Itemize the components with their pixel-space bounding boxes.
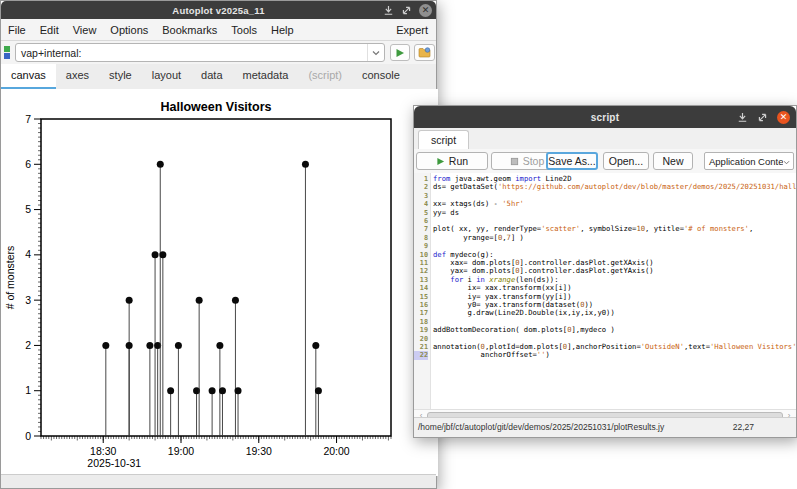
line-number: 21 xyxy=(414,343,428,351)
svg-text:Halloween Visitors: Halloween Visitors xyxy=(161,100,272,114)
tab-script[interactable]: script xyxy=(418,130,469,149)
main-titlebar[interactable]: Autoplot v2025a_11 ✕ xyxy=(1,1,436,19)
menu-view[interactable]: View xyxy=(66,24,104,36)
menu-bookmarks[interactable]: Bookmarks xyxy=(155,24,224,36)
script-toolbar: Run Stop Save As... Open... New Applicat… xyxy=(414,149,796,174)
inspect-uri-button[interactable] xyxy=(414,44,435,61)
svg-text:4: 4 xyxy=(25,248,31,260)
close-icon[interactable]: ✕ xyxy=(777,111,790,124)
line-number: 11 xyxy=(414,259,428,267)
script-window-title: script xyxy=(591,112,619,123)
code-line-2: ds= getDataSet('https://github.com/autop… xyxy=(433,183,796,191)
line-number: 1 xyxy=(414,175,428,183)
file-path-label: /home/jbf/ct/autoplot/git/dev/demos/2025… xyxy=(418,422,664,432)
svg-text:3: 3 xyxy=(25,294,31,306)
line-number: 16 xyxy=(414,301,428,309)
open-button[interactable]: Open... xyxy=(603,152,649,170)
svg-text:5: 5 xyxy=(25,203,31,215)
main-window-title: Autoplot v2025a_11 xyxy=(172,5,264,16)
svg-text:1: 1 xyxy=(25,384,31,396)
application-context-select[interactable]: Application Context xyxy=(704,152,794,170)
line-number: 13 xyxy=(414,276,428,284)
main-tabbar: canvasaxesstylelayoutdatametadata(script… xyxy=(1,64,436,90)
line-number: 17 xyxy=(414,309,428,317)
line-number: 5 xyxy=(414,209,428,217)
folder-icon xyxy=(418,47,431,58)
line-number: 19 xyxy=(414,326,428,334)
svg-text:0: 0 xyxy=(25,430,31,442)
svg-text:19:30: 19:30 xyxy=(246,445,272,457)
line-number: 2 xyxy=(414,183,428,191)
chevron-down-icon xyxy=(783,156,793,167)
script-tabbar: script xyxy=(414,128,796,150)
line-number: 10 xyxy=(414,251,428,259)
line-number: 20 xyxy=(414,335,428,343)
tab-style[interactable]: style xyxy=(99,64,142,89)
line-number: 8 xyxy=(414,234,428,242)
line-number: 22 xyxy=(414,351,428,359)
code-pane: from java.awt.geom import Line2Dds= getD… xyxy=(433,173,796,409)
maximize-icon[interactable] xyxy=(757,112,768,123)
line-number: 3 xyxy=(414,192,428,200)
menu-options[interactable]: Options xyxy=(103,24,155,36)
menu-help[interactable]: Help xyxy=(264,24,301,36)
script-editor-window: script ✕ script Run Stop xyxy=(413,105,797,438)
svg-text:7: 7 xyxy=(25,113,31,125)
address-bar: vap+internal: xyxy=(1,41,436,64)
minimize-icon[interactable] xyxy=(737,112,748,123)
svg-text:# of monsters: # of monsters xyxy=(4,246,16,310)
status-led-icon xyxy=(4,46,12,59)
uri-input[interactable]: vap+internal: xyxy=(15,43,385,62)
stop-icon xyxy=(510,157,519,166)
plot-canvas[interactable]: Halloween Visitors0123456718:302025-10-3… xyxy=(1,89,438,476)
expert-mode-label[interactable]: Expert xyxy=(388,24,436,36)
svg-text:19:00: 19:00 xyxy=(168,445,194,457)
svg-text:2: 2 xyxy=(25,339,31,351)
code-line-17: g.draw(Line2D.Double(ix,iy,ix,y0)) xyxy=(433,309,615,317)
line-number: 6 xyxy=(414,217,428,225)
minimize-icon[interactable] xyxy=(383,5,394,16)
run-icon xyxy=(436,157,445,166)
tab-metadata[interactable]: metadata xyxy=(233,64,299,89)
code-editor[interactable]: 12345678910111213141516171819202122 from… xyxy=(414,173,796,409)
svg-text:20:00: 20:00 xyxy=(323,445,349,457)
line-number: 12 xyxy=(414,267,428,275)
save-as-button[interactable]: Save As... xyxy=(546,152,598,170)
code-line-22: anchorOffset='') xyxy=(433,351,550,359)
tab-axes[interactable]: axes xyxy=(56,64,99,89)
line-number: 14 xyxy=(414,284,428,292)
close-icon[interactable]: ✕ xyxy=(419,4,432,17)
chevron-down-icon[interactable] xyxy=(367,44,384,61)
svg-text:6: 6 xyxy=(25,158,31,170)
tab-layout[interactable]: layout xyxy=(142,64,191,89)
menu-bar: FileEditViewOptionsBookmarksToolsHelp Ex… xyxy=(1,19,436,41)
line-number-gutter: 12345678910111213141516171819202122 xyxy=(414,173,431,409)
line-number: 7 xyxy=(414,225,428,233)
tab-console[interactable]: console xyxy=(352,64,410,89)
tab-data[interactable]: data xyxy=(191,64,232,89)
main-status-bar xyxy=(1,474,436,488)
maximize-icon[interactable] xyxy=(401,5,412,16)
svg-text:2025-10-31: 2025-10-31 xyxy=(87,457,141,469)
script-titlebar[interactable]: script ✕ xyxy=(414,106,796,128)
menu-tools[interactable]: Tools xyxy=(224,24,264,36)
go-button[interactable] xyxy=(390,44,410,61)
tab-canvas[interactable]: canvas xyxy=(1,64,56,89)
desktop: Autoplot v2025a_11 ✕ FileEditViewOptions… xyxy=(0,0,797,489)
code-line-19: addBottomDecoration( dom.plots[0],mydeco… xyxy=(433,326,615,334)
autoplot-main-window: Autoplot v2025a_11 ✕ FileEditViewOptions… xyxy=(0,0,437,489)
halloween-visitors-plot: Halloween Visitors0123456718:302025-10-3… xyxy=(1,89,438,476)
line-number: 15 xyxy=(414,293,428,301)
line-number: 9 xyxy=(414,242,428,250)
run-button[interactable]: Run xyxy=(416,152,488,170)
cursor-position-label: 22,27 xyxy=(733,422,754,432)
uri-value: vap+internal: xyxy=(16,47,367,59)
svg-text:18:30: 18:30 xyxy=(90,445,116,457)
tab-script[interactable]: (script) xyxy=(298,64,352,89)
script-status-bar: /home/jbf/ct/autoplot/git/dev/demos/2025… xyxy=(414,417,796,437)
code-line-8: yrange=[0,7] ) xyxy=(433,234,524,242)
menu-file[interactable]: File xyxy=(1,24,33,36)
new-button[interactable]: New xyxy=(653,152,693,170)
line-number: 18 xyxy=(414,318,428,326)
menu-edit[interactable]: Edit xyxy=(33,24,66,36)
